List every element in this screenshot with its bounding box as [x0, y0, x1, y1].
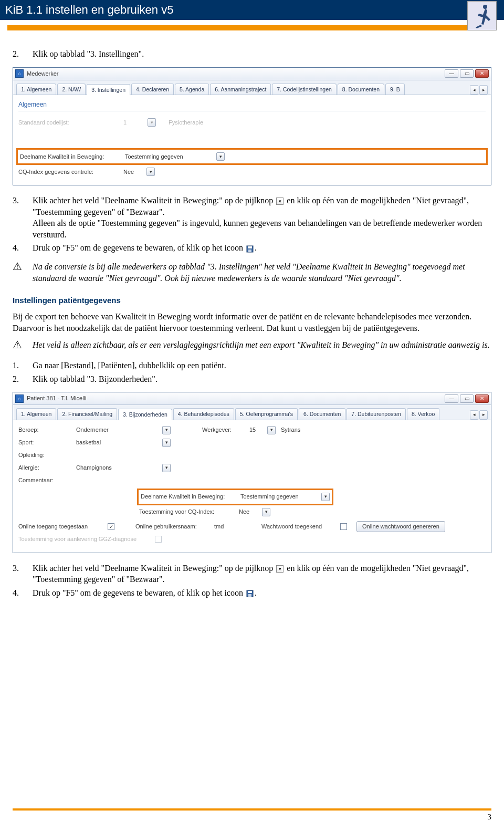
- note-block: ⚠ Het veld is alleen zichtbaar, als er e…: [13, 339, 491, 351]
- field-label: Beroep:: [18, 426, 76, 434]
- header-logo: [467, 1, 497, 30]
- field-value: Toestemming gegeven: [125, 153, 214, 161]
- step-item: 2. Klik op tabblad "3. Bijzonderheden".: [13, 373, 491, 385]
- tab-bijzonderheden[interactable]: 3. Bijzonderheden: [118, 409, 172, 420]
- page-number: 3: [13, 813, 491, 822]
- fieldset-label: Algemeen: [18, 100, 486, 109]
- field-label: Wachtwoord toegekend: [261, 523, 340, 531]
- dropdown-icon[interactable]: ▾: [321, 493, 330, 501]
- warning-icon: ⚠: [13, 339, 33, 351]
- tab-bar: 1. Algemeen 2. Financieel/Mailing 3. Bij…: [13, 405, 491, 420]
- tab-scroll-left[interactable]: ◂: [470, 85, 478, 95]
- dropdown-arrow-icon: ▾: [276, 565, 284, 573]
- window-title: Medewerker: [27, 70, 445, 78]
- step-item: 3. Klik achter het veld "Deelname Kwalit…: [13, 563, 491, 585]
- field-value: 1: [123, 119, 145, 127]
- tab-aanmaningstraject[interactable]: 6. Aanmaningstraject: [210, 84, 271, 95]
- tab-algemeen[interactable]: 1. Algemeen: [16, 84, 56, 95]
- tab-agenda[interactable]: 5. Agenda: [175, 84, 209, 95]
- step-text: Klik op tabblad "3. Bijzonderheden".: [33, 373, 491, 385]
- header-rule: [7, 25, 497, 30]
- checkbox-online-toegang[interactable]: ✓: [108, 523, 114, 530]
- form-row-online: Online toegang toegestaan ✓ Online gebru…: [18, 521, 486, 533]
- dropdown-icon[interactable]: ▾: [162, 439, 171, 447]
- field-label: Sport:: [18, 439, 76, 446]
- svg-rect-2: [248, 246, 252, 248]
- tab-bar: 1. Algemeen 2. NAW 3. Instellingen 4. De…: [13, 80, 491, 95]
- field-desc: Fysiotherapie: [169, 119, 203, 127]
- document-header: KiB 1.1 instellen en gebruiken v5: [0, 0, 504, 20]
- runner-icon: [471, 3, 492, 28]
- close-button[interactable]: ✕: [475, 394, 489, 403]
- form-row-cq: Toestemming voor CQ-Index: Nee ▾: [139, 506, 486, 518]
- field-label: Online toegang toegestaan: [18, 523, 108, 531]
- field-value: Toestemming gegeven: [240, 493, 319, 501]
- dropdown-icon[interactable]: ▾: [267, 426, 276, 434]
- section-heading: Instellingen patiëntgegevens: [13, 295, 491, 306]
- form-row-deelname: Deelname Kwaliteit in Beweging: Toestemm…: [20, 151, 484, 162]
- tab-instellingen[interactable]: 3. Instellingen: [87, 84, 130, 95]
- tab-behandelepisodes[interactable]: 4. Behandelepisodes: [173, 408, 234, 419]
- tab-algemeen[interactable]: 1. Algemeen: [16, 408, 56, 419]
- field-label: Toestemming voor aanlevering GGZ-diagnos…: [18, 535, 155, 543]
- step-item: 4. Druk op "F5" om de gegevens te beware…: [13, 587, 491, 599]
- field-label: Allergie:: [18, 464, 76, 472]
- screenshot-medewerker-window: ⌂ Medewerker — ▭ ✕ 1. Algemeen 2. NAW 3.…: [13, 67, 491, 185]
- checkbox-ggz: [155, 536, 162, 543]
- page-footer: 3: [13, 808, 491, 822]
- step-number: 2.: [13, 48, 33, 60]
- field-value: basketbal: [76, 439, 160, 446]
- minimize-button[interactable]: —: [445, 394, 458, 403]
- tab-financieel[interactable]: 2. Financieel/Mailing: [57, 408, 117, 419]
- tab-documenten[interactable]: 8. Documenten: [338, 84, 384, 95]
- svg-rect-5: [248, 591, 252, 593]
- checkbox-wachtwoord[interactable]: [340, 523, 347, 530]
- tab-scroll-left[interactable]: ◂: [470, 410, 478, 420]
- tab-scroll-right[interactable]: ▸: [479, 85, 488, 95]
- tab-debiteurenposten[interactable]: 7. Debiteurenposten: [346, 408, 406, 419]
- step-text: Druk op "F5" om de gegevens te bewaren, …: [33, 242, 491, 254]
- maximize-button[interactable]: ▭: [460, 394, 474, 403]
- tab-scroll-right[interactable]: ▸: [479, 410, 488, 420]
- tab-codelijstinstellingen[interactable]: 7. Codelijstinstellingen: [272, 84, 336, 95]
- dropdown-arrow-icon: ▾: [276, 198, 284, 205]
- form-row-ggz: Toestemming voor aanlevering GGZ-diagnos…: [18, 534, 486, 545]
- note-text: Het veld is alleen zichtbaar, als er een…: [33, 339, 491, 351]
- dropdown-icon[interactable]: ▾: [148, 118, 156, 127]
- field-value: Sytrans: [281, 426, 300, 434]
- screenshot-patient-window: ⌂ Patient 381 - T.I. Micelli — ▭ ✕ 1. Al…: [13, 392, 491, 553]
- field-value: Nee: [239, 508, 260, 516]
- field-value: 15: [249, 426, 265, 434]
- step-list-b: 1. Ga naar [Bestand], [Patiënten], dubbe…: [13, 360, 491, 385]
- close-button[interactable]: ✕: [475, 69, 489, 78]
- window-titlebar: ⌂ Patient 381 - T.I. Micelli — ▭ ✕: [13, 392, 491, 405]
- dropdown-icon[interactable]: ▾: [262, 508, 270, 516]
- tab-declareren[interactable]: 4. Declareren: [131, 84, 174, 95]
- tab-naw[interactable]: 2. NAW: [57, 84, 86, 95]
- tab-oefenprogramma[interactable]: 5. Oefenprogramma's: [235, 408, 298, 419]
- window-body: Algemeen Standaard codelijst: 1 ▾ Fysiot…: [13, 95, 491, 185]
- tab-verkoop-partial[interactable]: 8. Verkoo: [407, 408, 439, 419]
- dropdown-icon[interactable]: ▾: [162, 426, 171, 434]
- generate-password-button[interactable]: Online wachtwoord genereren: [356, 521, 445, 532]
- dropdown-icon[interactable]: ▾: [216, 152, 225, 161]
- field-value: Ondernemer: [76, 426, 160, 434]
- field-value: Nee: [123, 168, 144, 176]
- field-label: Deelname Kwaliteit in Beweging:: [141, 493, 240, 501]
- step-number: 1.: [13, 360, 33, 371]
- save-floppy-icon: [246, 590, 254, 597]
- dropdown-icon[interactable]: ▾: [146, 168, 155, 176]
- field-label: Standaard codelijst:: [18, 119, 123, 127]
- warning-icon: ⚠: [13, 261, 33, 284]
- form-row-codelijst: Standaard codelijst: 1 ▾ Fysiotherapie: [18, 117, 486, 128]
- tab-documenten[interactable]: 6. Documenten: [299, 408, 345, 419]
- dropdown-icon[interactable]: ▾: [162, 464, 171, 472]
- maximize-button[interactable]: ▭: [460, 69, 474, 78]
- form-row-opleiding: Opleiding:: [18, 450, 486, 461]
- minimize-button[interactable]: —: [445, 69, 458, 78]
- app-icon: ⌂: [15, 394, 24, 403]
- tab-b-partial[interactable]: 9. B: [385, 84, 405, 95]
- field-label: Commentaar:: [18, 476, 76, 484]
- form-row-commentaar: Commentaar:: [18, 475, 486, 486]
- step-item: 4. Druk op "F5" om de gegevens te beware…: [13, 242, 491, 254]
